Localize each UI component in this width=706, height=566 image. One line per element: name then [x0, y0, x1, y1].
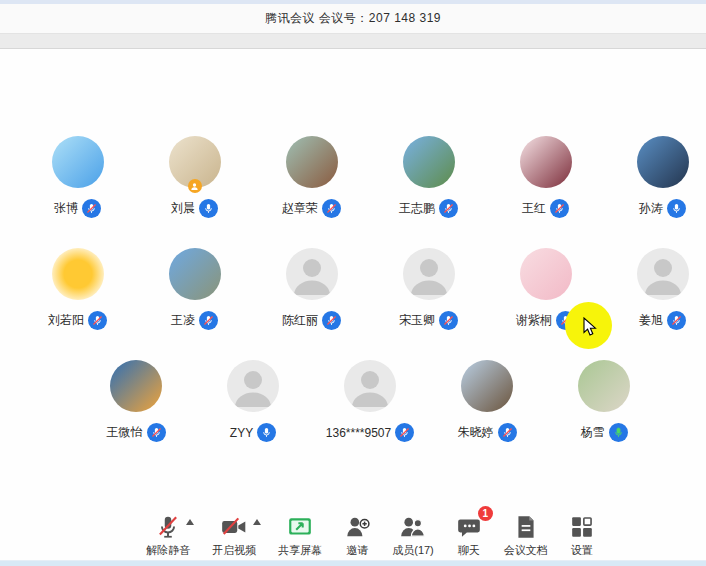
participant-tile[interactable]: 王微怡 — [81, 360, 191, 442]
default-avatar-icon — [344, 360, 396, 412]
participant-avatar — [344, 360, 396, 412]
participant-name: ZYY — [230, 426, 253, 440]
invite-icon — [344, 514, 370, 540]
menu-strip — [0, 34, 706, 49]
mic-status-icon[interactable] — [439, 311, 458, 330]
participant-name: 朱晓婷 — [458, 424, 494, 441]
participant-name: 杨雪 — [581, 424, 605, 441]
mouse-cursor-icon — [583, 317, 597, 337]
video-options-caret[interactable] — [253, 519, 261, 525]
chat-button[interactable]: 1 聊天 — [456, 513, 482, 558]
participant-avatar — [637, 136, 689, 188]
participant-row: 张博 — [17, 136, 706, 218]
participant-name: 刘若阳 — [48, 312, 84, 329]
members-label: 成员(17) — [392, 543, 434, 558]
participant-name: 姜旭 — [639, 312, 663, 329]
participant-name: 孙涛 — [639, 200, 663, 217]
meeting-docs-button[interactable]: 会议文档 — [504, 513, 548, 558]
mic-status-icon[interactable] — [550, 199, 569, 218]
default-avatar-icon — [637, 248, 689, 300]
participant-tile[interactable]: 杨雪 — [549, 360, 659, 442]
default-avatar-icon — [286, 248, 338, 300]
mic-options-caret[interactable] — [186, 519, 194, 525]
participant-name: 王红 — [522, 200, 546, 217]
participant-row: 王微怡 — [17, 360, 706, 442]
chat-label: 聊天 — [458, 543, 480, 558]
participant-tile[interactable]: ZYY — [198, 360, 308, 442]
participant-avatar — [169, 248, 221, 300]
settings-label: 设置 — [571, 543, 593, 558]
mic-status-icon[interactable] — [609, 423, 628, 442]
participant-tile[interactable]: 张博 — [23, 136, 133, 218]
share-screen-icon — [287, 514, 313, 540]
window-bottom-strip — [0, 560, 706, 566]
participant-avatar — [637, 248, 689, 300]
meeting-gallery: 张博 — [0, 49, 706, 504]
participant-tile[interactable]: 刘晨 — [140, 136, 250, 218]
mic-status-icon[interactable] — [199, 311, 218, 330]
participant-tile[interactable]: 刘若阳 — [23, 248, 133, 330]
members-icon — [399, 514, 427, 540]
meeting-docs-icon — [514, 514, 538, 540]
participant-name: 陈红丽 — [282, 312, 318, 329]
mic-status-icon[interactable] — [667, 199, 686, 218]
mic-status-icon[interactable] — [82, 199, 101, 218]
participant-tile[interactable]: 孙涛 — [608, 136, 706, 218]
participant-avatar — [52, 136, 104, 188]
participant-tile[interactable]: 136****9507 — [315, 360, 425, 442]
mic-status-icon[interactable] — [88, 311, 107, 330]
mic-status-icon[interactable] — [667, 311, 686, 330]
participant-name: 王微怡 — [107, 424, 143, 441]
settings-button[interactable]: 设置 — [570, 513, 594, 558]
participant-tile[interactable]: 王红 — [491, 136, 601, 218]
chat-unread-badge: 1 — [478, 506, 493, 521]
participant-avatar — [110, 360, 162, 412]
mic-status-icon[interactable] — [322, 311, 341, 330]
participant-name: 王凌 — [171, 312, 195, 329]
participants-grid: 张博 — [17, 49, 706, 442]
mic-status-icon[interactable] — [498, 423, 517, 442]
participant-avatar — [227, 360, 279, 412]
mic-status-icon[interactable] — [257, 423, 276, 442]
participant-name: 赵章荣 — [282, 200, 318, 217]
mic-status-icon[interactable] — [199, 199, 218, 218]
start-video-button[interactable]: 开启视频 — [212, 513, 256, 558]
chat-icon — [456, 514, 482, 540]
participant-name: 王志鹏 — [399, 200, 435, 217]
participant-name: 136****9507 — [326, 426, 391, 440]
participant-name: 张博 — [54, 200, 78, 217]
camera-off-icon — [220, 514, 248, 540]
participant-tile[interactable]: 王志鹏 — [374, 136, 484, 218]
participant-tile[interactable]: 赵章荣 — [257, 136, 367, 218]
participant-tile[interactable]: 王凌 — [140, 248, 250, 330]
participant-avatar — [286, 136, 338, 188]
unmute-button[interactable]: 解除静音 — [146, 513, 190, 558]
mic-status-icon[interactable] — [322, 199, 341, 218]
participant-avatar — [520, 248, 572, 300]
participant-name: 谢紫桐 — [516, 312, 552, 329]
participant-avatar — [52, 248, 104, 300]
mic-status-icon[interactable] — [439, 199, 458, 218]
share-screen-button[interactable]: 共享屏幕 — [278, 513, 322, 558]
mic-status-icon[interactable] — [147, 423, 166, 442]
participant-name: 宋玉卿 — [399, 312, 435, 329]
default-avatar-icon — [227, 360, 279, 412]
participant-avatar — [286, 248, 338, 300]
participant-name: 刘晨 — [171, 200, 195, 217]
unmute-label: 解除静音 — [146, 543, 190, 558]
members-button[interactable]: 成员(17) — [392, 513, 434, 558]
mic-muted-icon — [155, 514, 181, 540]
host-badge-icon — [188, 179, 202, 193]
mic-status-icon[interactable] — [395, 423, 414, 442]
participant-tile[interactable]: 朱晓婷 — [432, 360, 542, 442]
participant-tile[interactable]: 姜旭 — [608, 248, 706, 330]
participant-avatar — [461, 360, 513, 412]
participant-avatar — [403, 136, 455, 188]
share-screen-label: 共享屏幕 — [278, 543, 322, 558]
invite-button[interactable]: 邀请 — [344, 513, 370, 558]
participant-tile[interactable]: 陈红丽 — [257, 248, 367, 330]
invite-label: 邀请 — [346, 543, 368, 558]
participant-tile[interactable]: 宋玉卿 — [374, 248, 484, 330]
settings-icon — [570, 515, 594, 539]
toolbar: 解除静音 开启视频 共享屏幕 — [17, 510, 706, 558]
